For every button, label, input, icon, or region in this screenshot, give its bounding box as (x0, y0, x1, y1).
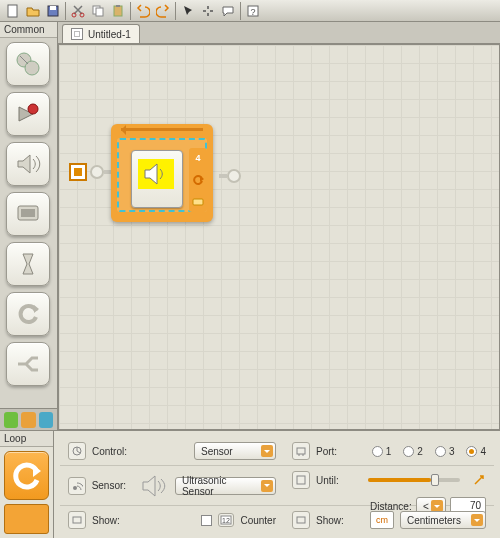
palette-loop-block[interactable] (6, 292, 50, 336)
distance-slider[interactable] (368, 478, 460, 482)
program-canvas[interactable]: 4 (58, 44, 500, 430)
svg-point-13 (28, 104, 38, 114)
control-icon (68, 442, 86, 460)
paste-button[interactable] (108, 2, 128, 20)
config-block-chip (4, 504, 49, 534)
palette-switch-block[interactable] (6, 342, 50, 386)
config-block-preview (4, 451, 49, 500)
palette-record-block[interactable] (6, 92, 50, 136)
help-button[interactable]: ? (243, 2, 263, 20)
cfg-port-row: Port: 1 2 3 4 (284, 437, 494, 466)
file-tab[interactable]: Untitled-1 (62, 24, 140, 43)
port-radio-1[interactable] (372, 446, 383, 457)
speaker-icon (138, 159, 174, 189)
pointer-tool-button[interactable] (178, 2, 198, 20)
show-label-right: Show: (316, 515, 358, 526)
svg-rect-8 (116, 5, 120, 7)
svg-rect-2 (50, 6, 56, 10)
sensor-dropdown[interactable]: Ultrasonic Sensor (175, 477, 276, 495)
palette-sound-block[interactable] (6, 142, 50, 186)
palette-tab-common[interactable] (4, 412, 18, 428)
redo-button[interactable] (153, 2, 173, 20)
control-value: Sensor (201, 446, 233, 457)
loop-sidebar: 4 (189, 148, 207, 212)
cut-button[interactable] (68, 2, 88, 20)
beam-output (219, 169, 241, 183)
file-tab-label: Untitled-1 (88, 29, 131, 40)
port-radio-4[interactable] (466, 446, 477, 457)
ultrasonic-icon (140, 472, 169, 500)
new-file-button[interactable] (3, 2, 23, 20)
svg-rect-18 (297, 448, 305, 454)
sensor-icon (68, 477, 86, 495)
show-icon-right (292, 511, 310, 529)
counter-checkbox[interactable] (201, 515, 212, 526)
show-label-left: Show: (92, 515, 134, 526)
palette-tab-complete[interactable] (21, 412, 35, 428)
palette-move-block[interactable] (6, 42, 50, 86)
config-panel: Loop Control: Sensor Port: 1 2 3 4 (0, 430, 500, 538)
cfg-until-row: Until: Distance: < 70 (284, 466, 494, 506)
svg-rect-24 (297, 517, 305, 523)
slider-max-icon (472, 473, 486, 487)
config-title: Loop (0, 431, 53, 447)
counter-icon: 12 (218, 513, 234, 527)
sound-block-instance[interactable] (131, 150, 183, 208)
palette-wait-block[interactable] (6, 242, 50, 286)
counter-label: Counter (240, 515, 276, 526)
palette-tab-custom[interactable] (39, 412, 53, 428)
cfg-control-row: Control: Sensor (60, 437, 284, 466)
save-file-button[interactable] (43, 2, 63, 20)
copy-button[interactable] (88, 2, 108, 20)
undo-button[interactable] (133, 2, 153, 20)
svg-rect-7 (114, 6, 122, 16)
until-label: Until: (316, 475, 358, 486)
svg-rect-0 (8, 5, 17, 17)
palette-title: Common (0, 22, 57, 38)
palette-display-block[interactable] (6, 192, 50, 236)
unit-display: cm (370, 511, 394, 529)
loop-repeat-icon (191, 173, 205, 187)
file-tab-icon (71, 28, 83, 40)
sensor-label: Sensor: (92, 480, 134, 491)
svg-rect-21 (73, 517, 81, 523)
port-icon (292, 442, 310, 460)
start-block[interactable] (69, 163, 87, 181)
distance-op: < (423, 501, 429, 512)
loop-block-instance[interactable]: 4 (111, 124, 213, 222)
palette-category-tabs (0, 408, 57, 430)
control-dropdown[interactable]: Sensor (194, 442, 276, 460)
svg-rect-16 (193, 199, 203, 205)
svg-point-19 (73, 486, 77, 490)
svg-rect-15 (21, 209, 35, 217)
open-file-button[interactable] (23, 2, 43, 20)
comment-tool-button[interactable] (218, 2, 238, 20)
unit-value: Centimeters (407, 515, 461, 526)
cfg-show-left-row: Show: 12 Counter (60, 506, 284, 534)
cfg-show-right-row: Show: cm Centimeters (284, 506, 494, 534)
svg-rect-6 (96, 8, 103, 16)
until-icon (292, 471, 310, 489)
port-radio-2[interactable] (403, 446, 414, 457)
pan-tool-button[interactable] (198, 2, 218, 20)
main-toolbar: ? (0, 0, 500, 22)
tab-strip: Untitled-1 (58, 22, 500, 44)
loop-port-badge: 4 (195, 153, 200, 163)
svg-text:?: ? (250, 7, 255, 17)
control-label: Control: (92, 446, 134, 457)
cfg-sensor-row: Sensor: Ultrasonic Sensor (60, 466, 284, 506)
port-label: Port: (316, 446, 358, 457)
port-radio-3[interactable] (435, 446, 446, 457)
loop-sensor-icon (191, 197, 205, 207)
svg-rect-20 (297, 476, 305, 484)
svg-text:12: 12 (223, 517, 231, 524)
unit-dropdown[interactable]: Centimeters (400, 511, 486, 529)
sensor-value: Ultrasonic Sensor (182, 475, 259, 497)
show-icon (68, 511, 86, 529)
block-palette: Common (0, 22, 58, 430)
